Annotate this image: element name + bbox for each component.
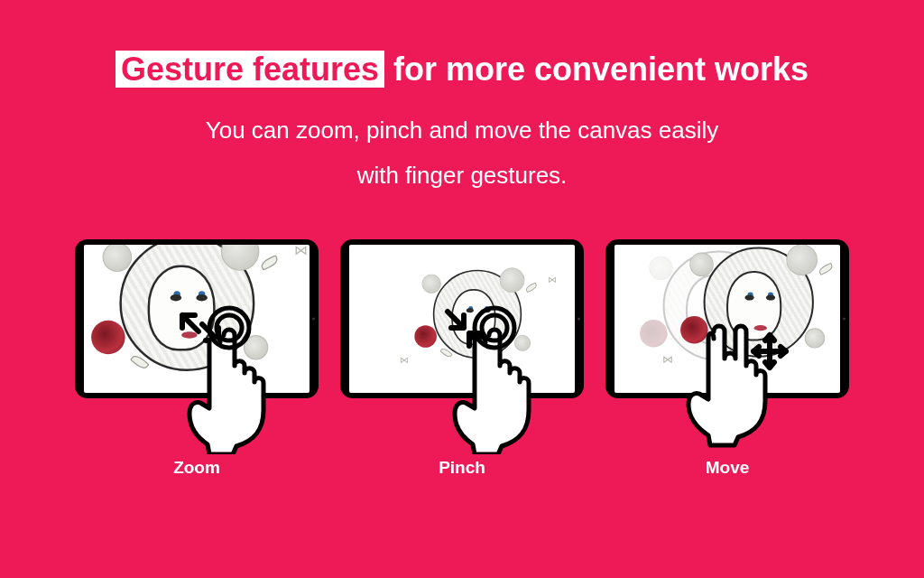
tablet-frame: ⋈⋈ — [340, 239, 584, 398]
gesture-label: Move — [706, 458, 750, 478]
tablet-screen: ⋈⋈ — [84, 245, 310, 393]
gesture-label: Pinch — [439, 458, 485, 478]
canvas-artwork: ⋈⋈ — [84, 245, 310, 393]
title-highlight: Gesture features — [116, 51, 384, 88]
subtitle-line-1: You can zoom, pinch and move the canvas … — [206, 117, 719, 144]
gesture-card-move: ⋈⋈ Move — [605, 239, 849, 478]
page-title: Gesture features for more convenient wor… — [0, 50, 924, 89]
tablet-screen: ⋈⋈ — [614, 245, 840, 393]
page-subtitle: You can zoom, pinch and move the canvas … — [0, 108, 924, 198]
tablet-frame: ⋈⋈ — [605, 239, 849, 398]
tablet-camera-dot — [578, 317, 580, 320]
canvas-artwork: ⋈⋈ — [385, 262, 570, 383]
gesture-card-row: ⋈⋈ Zoom — [0, 239, 924, 478]
title-rest: for more convenient works — [384, 51, 808, 88]
canvas-artwork: ⋈⋈ — [643, 245, 840, 388]
tablet-camera-dot — [312, 317, 315, 320]
gesture-label: Zoom — [173, 458, 220, 478]
tablet-camera-dot — [843, 317, 845, 320]
gesture-card-pinch: ⋈⋈ Pinch — [340, 239, 584, 478]
tablet-frame: ⋈⋈ — [75, 239, 319, 398]
gesture-card-zoom: ⋈⋈ Zoom — [75, 239, 319, 478]
tablet-screen: ⋈⋈ — [349, 245, 575, 393]
subtitle-line-2: with finger gestures. — [357, 162, 568, 189]
